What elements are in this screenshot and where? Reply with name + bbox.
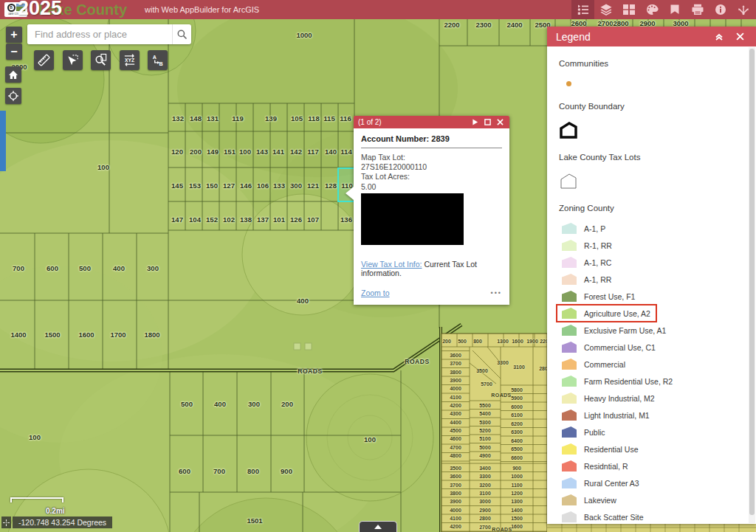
- legend-scrollbar-thumb[interactable]: [749, 49, 755, 515]
- legend-item-label: Forest Use, F1: [584, 292, 635, 301]
- legend-item-label: Residential Use: [584, 445, 639, 454]
- zoom-to-link[interactable]: Zoom to: [361, 289, 390, 297]
- share-icon[interactable]: [732, 0, 755, 19]
- close-panel-icon[interactable]: [732, 30, 747, 44]
- legend-item: [557, 75, 738, 92]
- svg-text:B: B: [159, 61, 162, 67]
- legend-item-label: R-1, RR: [584, 241, 612, 250]
- crosshair-icon[interactable]: [1, 517, 11, 528]
- legend-item: A-1, RR: [557, 271, 738, 288]
- legend-item: Public: [557, 424, 738, 441]
- map-toolbar: XYZ AB: [34, 50, 168, 70]
- legend-item-label: Back Scatter Site: [584, 513, 644, 522]
- search-bar: [27, 24, 191, 44]
- legend-swatch-poly: [562, 511, 577, 522]
- attribute-table-toggle[interactable]: [359, 521, 397, 532]
- legend-title: Legend: [556, 31, 706, 43]
- svg-text:XYZ: XYZ: [125, 58, 134, 63]
- scale-bar: [10, 497, 63, 502]
- svg-text:A: A: [153, 55, 157, 61]
- close-popup-icon[interactable]: [495, 117, 505, 128]
- legend-item-label: Commercial Use, C1: [584, 343, 656, 352]
- legend-item-label: Exclusive Farm Use, A1: [584, 326, 666, 335]
- chevron-up-icon: [374, 525, 382, 529]
- water-strip: [0, 111, 6, 171]
- legend-swatch-boundary-bold: [559, 121, 578, 140]
- legend-item: [557, 118, 738, 143]
- legend-item: A-1, P: [557, 220, 738, 237]
- legend-section-title: Zoning County: [559, 204, 738, 213]
- legend-swatch-poly: [562, 443, 577, 455]
- legend-swatch-poly: [562, 325, 577, 336]
- legend-swatch-poly: [562, 308, 577, 319]
- legend-swatch-poly: [562, 410, 577, 421]
- view-tax-lot-info-link[interactable]: View Tax Lot Info:: [361, 260, 422, 269]
- layers-icon[interactable]: [594, 0, 617, 19]
- legend-item: Residntial, R: [557, 457, 738, 474]
- legend-section-title: County Boundary: [559, 102, 738, 111]
- legend-swatch-poly: [562, 460, 577, 471]
- ruler-icon: [37, 53, 51, 67]
- header-toolbar: [571, 0, 755, 19]
- app-year-overlay: 2025: [18, 0, 62, 20]
- search-button[interactable]: [172, 24, 191, 44]
- popup-callout-arrow: [346, 187, 354, 200]
- account-number: Account Number: 2839: [361, 134, 502, 143]
- feature-popup: (1 of 2) Account Number: 2839 Map Tax Lo…: [354, 116, 509, 305]
- basemap-gallery-icon[interactable]: [617, 0, 640, 19]
- coordinate-readout: -120.748 43.254 Degrees: [1, 517, 112, 528]
- search-input[interactable]: [27, 24, 172, 44]
- maximize-icon[interactable]: [482, 117, 492, 128]
- popup-pagination: (1 of 2): [358, 118, 467, 126]
- next-feature-icon[interactable]: [470, 117, 480, 128]
- legend-item: Residential Use: [557, 441, 738, 457]
- legend-item-label: Light Industrial, M1: [584, 411, 650, 420]
- zoom-in-button[interactable]: +: [6, 27, 22, 43]
- legend-swatch-poly: [562, 223, 577, 234]
- coordinate-conversion-tool-button[interactable]: XYZ: [120, 50, 140, 70]
- app-header: B LAKE COUNTY Lake County 2025 with Web …: [0, 0, 756, 19]
- legend-item: Rural Center A3: [557, 474, 738, 491]
- legend-swatch-poly: [562, 426, 577, 438]
- legend-icon[interactable]: [571, 0, 594, 19]
- info-icon[interactable]: [709, 0, 732, 19]
- legend-swatch-poly: [562, 494, 577, 505]
- legend-item: Lakeview: [557, 491, 738, 508]
- legend-item: Heavy Industrial, M2: [557, 390, 738, 407]
- legend-item-label: Commercial: [584, 360, 625, 369]
- select-tool-button[interactable]: [63, 50, 83, 70]
- legend-item-label: Heavy Industrial, M2: [584, 394, 655, 403]
- bookmark-icon[interactable]: [663, 0, 686, 19]
- print-icon[interactable]: [686, 0, 709, 19]
- tax-lot-acres-label: Tax Lot Acres:: [361, 172, 502, 182]
- query-tool-button[interactable]: [91, 50, 111, 70]
- legend-swatch-poly: [562, 291, 577, 302]
- legend-item: R-1, RR: [557, 237, 738, 254]
- legend-item-label: Farm Residential Use, R2: [584, 377, 673, 386]
- draw-icon[interactable]: [640, 0, 663, 19]
- xyz-icon: XYZ: [122, 53, 137, 67]
- legend-item: A-1, RC: [557, 254, 738, 271]
- legend-item: Farm Residential Use, R2: [557, 373, 738, 390]
- collapse-panel-icon[interactable]: [712, 30, 726, 44]
- legend-swatch-poly: [562, 359, 577, 370]
- directions-tool-button[interactable]: AB: [148, 50, 168, 70]
- home-button[interactable]: [5, 66, 21, 83]
- measure-tool-button[interactable]: [34, 50, 54, 70]
- legend-swatch-dot: [566, 81, 571, 86]
- legend-item-label: A-1, P: [584, 224, 605, 233]
- legend-item: [557, 169, 738, 194]
- more-options-icon[interactable]: •••: [491, 289, 502, 297]
- popup-header[interactable]: (1 of 2): [354, 116, 509, 128]
- app-subtitle: with Web AppBuilder for ArcGIS: [145, 5, 259, 14]
- locate-button[interactable]: [5, 88, 21, 104]
- legend-header: Legend: [547, 27, 756, 46]
- zoom-out-button[interactable]: −: [6, 44, 22, 60]
- legend-swatch-poly: [562, 376, 577, 387]
- legend-item: Back Scatter Site: [557, 508, 738, 524]
- legend-body: CommunitiesCounty BoundaryLake County Ta…: [547, 46, 756, 524]
- legend-swatch-boundary-thin: [559, 172, 578, 191]
- legend-item-label: Residntial, R: [584, 462, 628, 471]
- legend-section-title: Lake County Tax Lots: [559, 153, 738, 162]
- legend-swatch-poly: [562, 477, 577, 488]
